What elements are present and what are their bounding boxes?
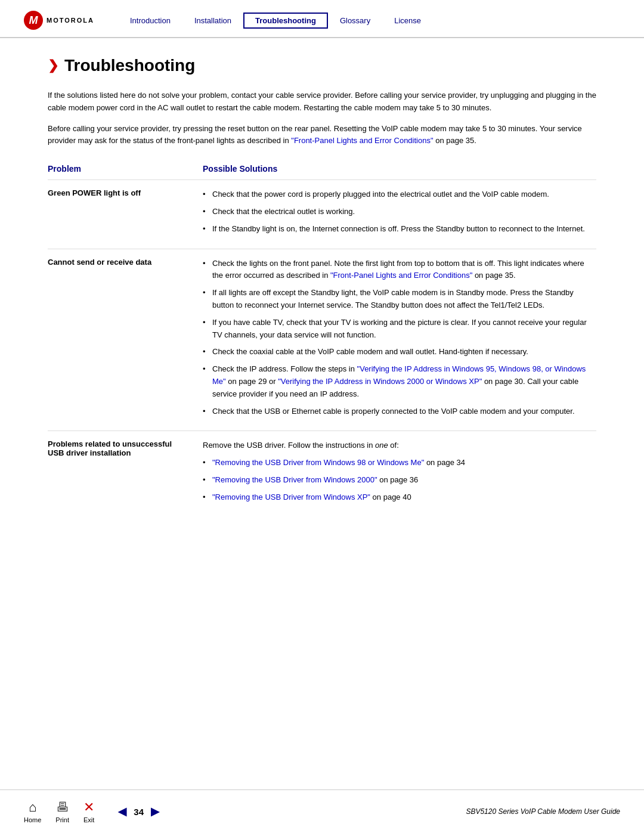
home-icon: ⌂ bbox=[29, 800, 36, 815]
list-item: Check the IP address. Follow the steps i… bbox=[203, 363, 596, 400]
list-item: If the Standby light is on, the Internet… bbox=[203, 223, 596, 236]
page-number: 34 bbox=[134, 807, 144, 817]
intro-paragraph-2: Before calling your service provider, tr… bbox=[48, 123, 596, 148]
list-item: If you have cable TV, check that your TV… bbox=[203, 317, 596, 342]
problem-solution-table: Problem Possible Solutions Green POWER l… bbox=[48, 159, 596, 516]
problem-label-green-power: Green POWER light is off bbox=[48, 180, 203, 249]
footer: ⌂ Home 🖶 Print ✕ Exit ◀ 34 ▶ SBV5120 Ser… bbox=[0, 789, 644, 833]
list-item: Check that the power cord is properly pl… bbox=[203, 188, 596, 201]
motorola-logo: M MOTOROLA bbox=[24, 11, 94, 30]
doc-title: SBV5120 Series VoIP Cable Modem User Gui… bbox=[466, 807, 620, 816]
tab-installation[interactable]: Installation bbox=[182, 13, 243, 29]
page-title-area: ❯ Troubleshooting bbox=[48, 56, 596, 75]
table-row: Problems related to unsuccessful USB dri… bbox=[48, 431, 596, 517]
problem-label-usb-driver: Problems related to unsuccessful USB dri… bbox=[48, 431, 203, 517]
nav-tabs: Introduction Installation Troubleshootin… bbox=[118, 13, 620, 29]
remove-usb-win2000-link[interactable]: "Removing the USB Driver from Windows 20… bbox=[212, 475, 377, 484]
list-item: "Removing the USB Driver from Windows XP… bbox=[203, 491, 596, 504]
list-item: "Removing the USB Driver from Windows 20… bbox=[203, 474, 596, 487]
footer-icons: ⌂ Home 🖶 Print ✕ Exit bbox=[24, 800, 94, 823]
tab-glossary[interactable]: Glossary bbox=[328, 13, 382, 29]
list-item: "Removing the USB Driver from Windows 98… bbox=[203, 457, 596, 469]
title-icon: ❯ bbox=[48, 58, 58, 73]
page-title: Troubleshooting bbox=[64, 56, 195, 75]
solutions-cell-cannot-send: Check the lights on the front panel. Not… bbox=[203, 249, 596, 431]
list-item: Check that the USB or Ethernet cable is … bbox=[203, 405, 596, 418]
col-header-problem: Problem bbox=[48, 159, 203, 180]
print-icon: 🖶 bbox=[56, 800, 69, 815]
print-label: Print bbox=[55, 816, 69, 823]
intro-paragraph-1: If the solutions listed here do not solv… bbox=[48, 89, 596, 114]
exit-label: Exit bbox=[83, 816, 94, 823]
front-panel-link-1[interactable]: "Front-Panel Lights and Error Conditions… bbox=[330, 271, 472, 280]
logo-area: M MOTOROLA bbox=[24, 11, 94, 30]
exit-icon: ✕ bbox=[83, 800, 94, 815]
header: M MOTOROLA Introduction Installation Tro… bbox=[0, 0, 644, 38]
footer-nav: ◀ 34 ▶ bbox=[118, 805, 159, 818]
list-item: Check the lights on the front panel. Not… bbox=[203, 258, 596, 283]
list-item: Check that the electrical outlet is work… bbox=[203, 206, 596, 218]
prev-page-button[interactable]: ◀ bbox=[118, 805, 126, 818]
home-button[interactable]: ⌂ Home bbox=[24, 800, 41, 823]
next-page-button[interactable]: ▶ bbox=[151, 805, 159, 818]
front-panel-link-intro[interactable]: "Front-Panel Lights and Error Conditions… bbox=[291, 136, 433, 145]
logo-text: MOTOROLA bbox=[47, 17, 94, 24]
list-item: Check the coaxial cable at the VoIP cabl… bbox=[203, 346, 596, 358]
main-content: ❯ Troubleshooting If the solutions liste… bbox=[0, 38, 644, 565]
col-header-solutions: Possible Solutions bbox=[203, 159, 596, 180]
tab-introduction[interactable]: Introduction bbox=[118, 13, 182, 29]
problem-label-cannot-send: Cannot send or receive data bbox=[48, 249, 203, 431]
exit-button[interactable]: ✕ Exit bbox=[83, 800, 94, 823]
motorola-icon: M bbox=[24, 11, 43, 30]
table-row: Cannot send or receive data Check the li… bbox=[48, 249, 596, 431]
remove-usb-winxp-link[interactable]: "Removing the USB Driver from Windows XP… bbox=[212, 493, 370, 501]
home-label: Home bbox=[24, 816, 41, 823]
table-row: Green POWER light is off Check that the … bbox=[48, 180, 596, 249]
solutions-cell-green-power: Check that the power cord is properly pl… bbox=[203, 180, 596, 249]
list-item: If all lights are off except the Standby… bbox=[203, 287, 596, 312]
usb-plain-text: Remove the USB driver. Follow the instru… bbox=[203, 439, 596, 452]
verifying-ip-win2000-link[interactable]: "Verifying the IP Address in Windows 200… bbox=[278, 377, 482, 386]
tab-troubleshooting[interactable]: Troubleshooting bbox=[243, 13, 328, 29]
print-button[interactable]: 🖶 Print bbox=[55, 800, 69, 823]
tab-license[interactable]: License bbox=[382, 13, 433, 29]
solutions-cell-usb-driver: Remove the USB driver. Follow the instru… bbox=[203, 431, 596, 517]
remove-usb-win98-link[interactable]: "Removing the USB Driver from Windows 98… bbox=[212, 458, 424, 467]
